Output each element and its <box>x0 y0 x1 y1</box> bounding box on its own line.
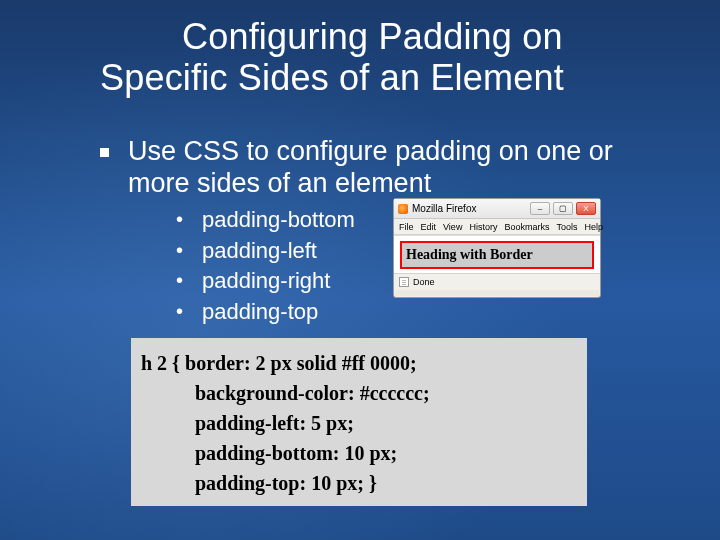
title-line-2: Specific Sides of an Element <box>100 57 660 98</box>
list-item-label: padding-top <box>202 299 318 324</box>
menu-view[interactable]: View <box>443 222 462 232</box>
code-line: background-color: #cccccc; <box>141 378 577 408</box>
menu-bookmarks[interactable]: Bookmarks <box>504 222 549 232</box>
list-item: • padding-left <box>176 237 355 266</box>
code-line: padding-left: 5 px; <box>141 408 577 438</box>
list-item: • padding-bottom <box>176 206 355 235</box>
rendered-heading: Heading with Border <box>400 241 594 269</box>
window-titlebar[interactable]: Mozilla Firefox – ▢ X <box>394 199 600 219</box>
menu-help[interactable]: Help <box>584 222 603 232</box>
menu-file[interactable]: File <box>399 222 414 232</box>
title-line-1: Configuring Padding on <box>100 16 660 57</box>
list-item: • padding-top <box>176 298 355 327</box>
code-line: padding-top: 10 px; } <box>141 468 577 498</box>
menu-bar: File Edit View History Bookmarks Tools H… <box>394 219 600 235</box>
status-bar: Done <box>394 273 600 290</box>
close-button[interactable]: X <box>576 202 596 215</box>
window-buttons: – ▢ X <box>530 202 596 215</box>
slide: Configuring Padding on Specific Sides of… <box>0 0 720 540</box>
code-block: h 2 { border: 2 px solid #ff 0000; backg… <box>131 338 587 506</box>
dot-bullet-icon: • <box>176 298 183 324</box>
menu-tools[interactable]: Tools <box>556 222 577 232</box>
dot-bullet-icon: • <box>176 206 183 232</box>
menu-history[interactable]: History <box>469 222 497 232</box>
bullet-1-text: Use CSS to configure padding on one or m… <box>128 136 613 198</box>
status-text: Done <box>413 277 435 287</box>
code-line: h 2 { border: 2 px solid #ff 0000; <box>141 348 577 378</box>
bullet-level-2-list: • padding-bottom • padding-left • paddin… <box>176 206 355 328</box>
window-title: Mozilla Firefox <box>412 203 476 214</box>
minimize-button[interactable]: – <box>530 202 550 215</box>
bullet-level-1: Use CSS to configure padding on one or m… <box>128 135 650 200</box>
document-icon <box>399 277 409 287</box>
firefox-window: Mozilla Firefox – ▢ X File Edit View His… <box>393 198 601 298</box>
firefox-icon <box>398 204 408 214</box>
maximize-button[interactable]: ▢ <box>553 202 573 215</box>
dot-bullet-icon: • <box>176 267 183 293</box>
menu-edit[interactable]: Edit <box>421 222 437 232</box>
square-bullet-icon <box>100 148 109 157</box>
viewport: Heading with Border <box>394 235 600 273</box>
dot-bullet-icon: • <box>176 237 183 263</box>
list-item-label: padding-right <box>202 268 330 293</box>
list-item: • padding-right <box>176 267 355 296</box>
slide-title: Configuring Padding on Specific Sides of… <box>100 16 660 99</box>
code-line: padding-bottom: 10 px; <box>141 438 577 468</box>
list-item-label: padding-bottom <box>202 207 355 232</box>
list-item-label: padding-left <box>202 238 317 263</box>
